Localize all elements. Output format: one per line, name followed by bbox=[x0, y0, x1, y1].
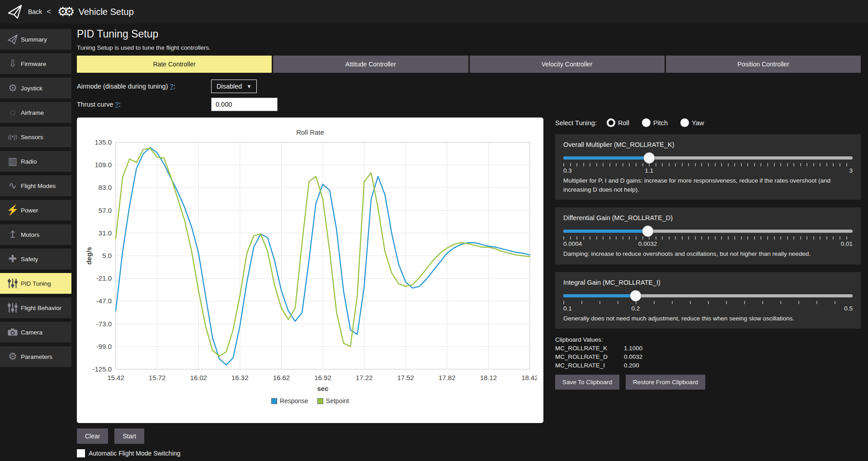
sidebar-item-flight-modes[interactable]: ∿ Flight Modes bbox=[0, 175, 71, 196]
legend-swatch-icon bbox=[317, 398, 323, 404]
top-bar: Back < ⚙⚙ Vehicle Setup bbox=[0, 0, 868, 24]
svg-text:109.0: 109.0 bbox=[94, 161, 112, 169]
clipboard-param-value: 0.0032 bbox=[624, 353, 642, 360]
sidebar-item-radio[interactable]: ▥ Radio bbox=[0, 151, 71, 172]
sidebar-item-firmware[interactable]: ⇩ Firmware bbox=[0, 53, 71, 74]
clipboard-param-name: MC_ROLLRATE_K bbox=[555, 345, 624, 352]
clipboard-param-value: 0.200 bbox=[624, 362, 639, 369]
sidebar-item-label: Parameters bbox=[21, 353, 52, 360]
camera-icon bbox=[5, 327, 21, 338]
airmode-help-link[interactable]: ? bbox=[170, 83, 174, 90]
clipboard-values-title: Clipboard Values: bbox=[555, 336, 861, 343]
airmode-dropdown[interactable]: Disabled ▼ bbox=[211, 80, 257, 93]
slider-value-label: 1.1 bbox=[645, 167, 653, 174]
start-button[interactable]: Start bbox=[114, 428, 144, 444]
dotted-circle-icon: ◌ bbox=[5, 108, 21, 118]
x-axis-label: sec bbox=[317, 385, 328, 392]
svg-text:16.92: 16.92 bbox=[314, 374, 331, 381]
clipboard-param-value: 1.1000 bbox=[624, 345, 642, 352]
save-to-clipboard-button[interactable]: Save To Clipboard bbox=[555, 375, 619, 390]
gain-slider[interactable] bbox=[563, 230, 853, 233]
gain-title: Overall Multiplier (MC_ROLLRATE_K) bbox=[563, 141, 853, 148]
slider-knob[interactable] bbox=[643, 152, 655, 164]
sidebar-item-flight-behavior[interactable]: Flight Behavior bbox=[0, 297, 71, 318]
restore-from-clipboard-button[interactable]: Restore From Clipboard bbox=[626, 375, 705, 390]
gain-description: Damping: increase to reduce overshoots a… bbox=[563, 249, 853, 259]
roll-rate-chart: 135.0109.083.057.031.05.0-21.0-47.0-73.0… bbox=[81, 136, 537, 395]
radio-label: Pitch bbox=[653, 119, 668, 127]
tab-rate-controller[interactable]: Rate Controller bbox=[77, 56, 272, 73]
gain-title: Differential Gain (MC_ROLLRATE_D) bbox=[563, 214, 853, 221]
gain-panel: Integral Gain (MC_ROLLRATE_I) 0.1 0.2 0.… bbox=[555, 272, 861, 329]
clipboard-param-name: MC_ROLLRATE_I bbox=[555, 362, 624, 369]
tuning-axis-radio-roll[interactable]: Roll bbox=[607, 118, 629, 127]
clipboard-row: MC_ROLLRATE_I 0.200 bbox=[555, 362, 861, 369]
slider-tick-marks bbox=[563, 236, 853, 240]
slider-max-label: 0.01 bbox=[841, 240, 853, 247]
slider-knob[interactable] bbox=[642, 226, 653, 237]
tab-velocity-controller[interactable]: Velocity Controller bbox=[470, 56, 665, 73]
sidebar-item-sensors[interactable]: ((•)) Sensors bbox=[0, 127, 71, 147]
slider-tick-marks bbox=[563, 301, 853, 304]
sidebar-item-joystick[interactable]: ⚙ Joystick bbox=[0, 78, 71, 99]
svg-text:16.02: 16.02 bbox=[190, 374, 207, 381]
svg-text:16.32: 16.32 bbox=[231, 374, 249, 381]
wave-icon: ∿ bbox=[5, 181, 21, 191]
radio-label: Roll bbox=[618, 119, 629, 127]
sidebar-item-label: PID Tuning bbox=[21, 280, 51, 287]
gain-panel: Overall Multiplier (MC_ROLLRATE_K) 0.3 1… bbox=[555, 134, 861, 200]
sidebar-item-parameters[interactable]: ⚙ Parameters bbox=[0, 346, 71, 367]
sidebar-item-pid-tuning[interactable]: PID Tuning bbox=[0, 273, 71, 294]
svg-text:16.62: 16.62 bbox=[273, 374, 290, 381]
back-chevron: < bbox=[47, 7, 51, 16]
clipboard-row: MC_ROLLRATE_D 0.0032 bbox=[555, 353, 861, 360]
battery-icon: ⚡ bbox=[5, 205, 21, 215]
clipboard-param-name: MC_ROLLRATE_D bbox=[555, 353, 624, 360]
sidebar-item-label: Power bbox=[21, 207, 38, 214]
sidebar-item-safety[interactable]: ✚ Safety bbox=[0, 249, 71, 269]
tab-position-controller[interactable]: Position Controller bbox=[666, 56, 861, 73]
page-title: PID Tuning Setup bbox=[77, 28, 861, 40]
svg-text:17.82: 17.82 bbox=[439, 374, 456, 381]
sidebar-item-summary[interactable]: Summary bbox=[0, 29, 71, 50]
legend-item-setpoint: Setpoint bbox=[317, 397, 349, 405]
gain-description: Multiplier for P, I and D gains: increas… bbox=[563, 176, 853, 194]
back-button[interactable]: Back bbox=[28, 8, 42, 15]
sidebar-item-power[interactable]: ⚡ Power bbox=[0, 200, 71, 221]
thrust-curve-input[interactable] bbox=[211, 98, 278, 111]
tuning-axis-radio-yaw[interactable]: Yaw bbox=[680, 118, 704, 127]
tuning-axis-radio-pitch[interactable]: Pitch bbox=[642, 118, 668, 127]
svg-text:-99.0: -99.0 bbox=[96, 343, 112, 350]
radio-button-icon bbox=[607, 118, 615, 127]
signal-icon: ((•)) bbox=[5, 134, 21, 140]
slider-knob[interactable] bbox=[630, 290, 642, 301]
airmode-label: Airmode (disable during tuning) ?: bbox=[77, 83, 211, 90]
sidebar-item-label: Flight Behavior bbox=[21, 305, 61, 311]
slider-min-label: 0.1 bbox=[563, 305, 572, 312]
gain-slider[interactable] bbox=[563, 156, 853, 160]
svg-text:31.0: 31.0 bbox=[99, 229, 112, 237]
thrust-curve-help-link[interactable]: ? bbox=[115, 101, 119, 108]
vehicle-setup-gears-icon: ⚙⚙ bbox=[57, 6, 70, 18]
svg-text:-47.0: -47.0 bbox=[96, 297, 112, 305]
svg-text:15.42: 15.42 bbox=[107, 374, 124, 381]
automatic-flight-mode-checkbox[interactable] bbox=[77, 449, 85, 457]
chevron-down-icon: ▼ bbox=[246, 84, 251, 89]
legend-swatch-icon bbox=[271, 398, 277, 404]
gain-slider[interactable] bbox=[563, 294, 853, 297]
slider-tick-marks bbox=[563, 163, 853, 166]
controller-tabs: Rate ControllerAttitude ControllerVeloci… bbox=[77, 56, 861, 73]
roll-rate-chart-card: Roll Rate 135.0109.083.057.031.05.0-21.0… bbox=[77, 118, 543, 423]
svg-text:17.22: 17.22 bbox=[356, 374, 373, 381]
svg-text:57.0: 57.0 bbox=[99, 207, 112, 214]
slider-max-label: 0.5 bbox=[844, 305, 853, 312]
tab-attitude-controller[interactable]: Attitude Controller bbox=[273, 56, 468, 73]
sidebar-item-motors[interactable]: ↥ Motors bbox=[0, 224, 71, 245]
sidebar-item-label: Safety bbox=[21, 256, 38, 263]
sidebar-item-camera[interactable]: Camera bbox=[0, 322, 71, 343]
sliders-icon bbox=[5, 302, 21, 313]
y-axis-label: deg/s bbox=[85, 247, 93, 264]
sidebar-item-airframe[interactable]: ◌ Airframe bbox=[0, 102, 71, 123]
clear-button[interactable]: Clear bbox=[77, 428, 108, 444]
slider-max-label: 3 bbox=[849, 167, 853, 174]
